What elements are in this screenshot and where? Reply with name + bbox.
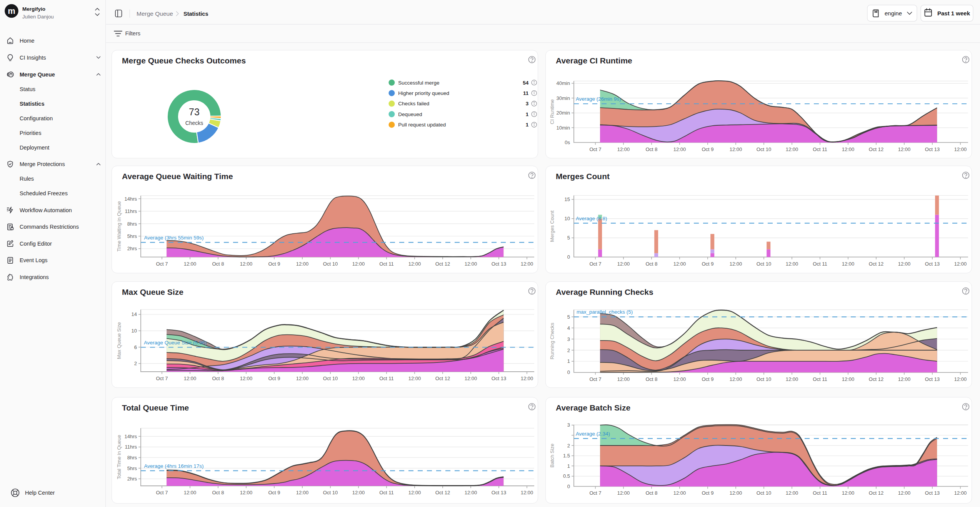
svg-text:10: 10	[132, 328, 137, 334]
svg-text:Oct 11: Oct 11	[813, 261, 827, 267]
svg-text:Oct 12: Oct 12	[435, 261, 450, 267]
svg-text:12:00: 12:00	[730, 146, 742, 152]
svg-text:8hrs: 8hrs	[127, 221, 137, 227]
svg-text:Time Waiting in Queue: Time Waiting in Queue	[116, 201, 122, 251]
svg-text:12:00: 12:00	[296, 376, 309, 381]
svg-text:15: 15	[565, 196, 570, 202]
svg-text:Oct 12: Oct 12	[869, 261, 883, 267]
svg-text:Oct 9: Oct 9	[702, 490, 713, 496]
svg-text:Oct 8: Oct 8	[645, 261, 657, 267]
svg-text:Higher priority queued: Higher priority queued	[398, 90, 449, 96]
svg-text:12:00: 12:00	[296, 261, 309, 267]
svg-text:Oct 10: Oct 10	[323, 376, 338, 381]
svg-text:12:00: 12:00	[786, 490, 798, 496]
svg-text:0: 0	[567, 254, 570, 260]
svg-text:Oct 7: Oct 7	[589, 376, 601, 382]
svg-text:Oct 13: Oct 13	[492, 261, 506, 267]
svg-text:Integrations: Integrations	[20, 274, 49, 280]
svg-text:12:00: 12:00	[842, 146, 855, 152]
svg-text:Event Logs: Event Logs	[20, 257, 48, 263]
svg-text:12:00: 12:00	[521, 490, 533, 495]
svg-text:Priorities: Priorities	[20, 130, 41, 136]
svg-text:2hrs: 2hrs	[127, 246, 137, 251]
svg-text:12:00: 12:00	[673, 490, 686, 496]
svg-text:Oct 7: Oct 7	[156, 376, 168, 381]
svg-text:12:00: 12:00	[954, 376, 967, 382]
svg-text:Successful merge: Successful merge	[398, 80, 439, 86]
svg-text:Merge Queue Checks Outcomes: Merge Queue Checks Outcomes	[122, 56, 246, 65]
svg-text:12:00: 12:00	[408, 261, 421, 267]
svg-text:Oct 13: Oct 13	[492, 490, 506, 495]
svg-text:Oct 12: Oct 12	[869, 490, 883, 496]
svg-text:12:00: 12:00	[352, 261, 365, 267]
svg-text:Help Center: Help Center	[25, 490, 55, 496]
svg-text:12:00: 12:00	[898, 261, 911, 267]
svg-text:Config Editor: Config Editor	[20, 241, 52, 247]
svg-text:Oct 11: Oct 11	[379, 490, 393, 495]
svg-text:5: 5	[567, 235, 570, 241]
svg-text:12:00: 12:00	[617, 146, 630, 152]
svg-text:Total Time in Queue: Total Time in Queue	[116, 435, 122, 479]
svg-text:1.5: 1.5	[563, 453, 570, 459]
svg-text:Max Queue Size: Max Queue Size	[116, 322, 122, 359]
svg-text:12:00: 12:00	[898, 146, 911, 152]
svg-text:Dequeued: Dequeued	[398, 111, 422, 117]
svg-text:Oct 11: Oct 11	[379, 376, 393, 381]
svg-text:Average Batch Size: Average Batch Size	[556, 403, 630, 412]
svg-text:Statistics: Statistics	[183, 11, 208, 17]
svg-text:12:00: 12:00	[352, 490, 365, 495]
svg-text:Oct 10: Oct 10	[757, 146, 771, 152]
svg-text:11: 11	[523, 90, 529, 96]
svg-text:Checks: Checks	[185, 120, 203, 126]
svg-text:Average (26min 9s): Average (26min 9s)	[576, 96, 621, 102]
svg-text:12:00: 12:00	[786, 376, 798, 382]
svg-text:20min: 20min	[557, 110, 570, 116]
svg-text:14: 14	[132, 311, 137, 317]
svg-text:4: 4	[567, 325, 570, 331]
svg-text:Deployment: Deployment	[20, 145, 49, 151]
svg-text:Oct 7: Oct 7	[156, 261, 168, 267]
svg-text:Rules: Rules	[20, 176, 34, 182]
svg-text:5hrs: 5hrs	[127, 233, 137, 239]
svg-text:Merge Queue: Merge Queue	[20, 71, 55, 78]
svg-text:0: 0	[567, 484, 570, 489]
svg-text:11hrs: 11hrs	[125, 208, 137, 214]
svg-text:0s: 0s	[565, 140, 570, 145]
svg-text:12:00: 12:00	[842, 376, 855, 382]
svg-text:12:00: 12:00	[184, 261, 197, 267]
svg-text:8hrs: 8hrs	[127, 455, 137, 460]
svg-text:Oct 9: Oct 9	[268, 490, 280, 495]
svg-text:12:00: 12:00	[408, 376, 421, 381]
svg-text:0: 0	[567, 369, 570, 375]
svg-text:Oct 10: Oct 10	[323, 490, 338, 495]
svg-text:14hrs: 14hrs	[124, 196, 137, 202]
svg-text:Oct 11: Oct 11	[379, 261, 393, 267]
svg-text:Average (4hrs 16min 17s): Average (4hrs 16min 17s)	[144, 463, 203, 469]
svg-text:Batch Size: Batch Size	[549, 444, 555, 467]
svg-text:Oct 9: Oct 9	[702, 376, 713, 382]
svg-text:Oct 13: Oct 13	[492, 376, 506, 381]
svg-text:6: 6	[134, 344, 137, 350]
svg-text:Oct 7: Oct 7	[589, 490, 601, 496]
svg-text:Max Queue Size: Max Queue Size	[122, 288, 183, 296]
svg-text:1: 1	[567, 358, 570, 364]
svg-text:Average (8.8): Average (8.8)	[576, 216, 607, 221]
svg-text:CI Runtime: CI Runtime	[549, 99, 555, 124]
svg-text:12:00: 12:00	[240, 376, 253, 381]
svg-text:Oct 13: Oct 13	[925, 146, 940, 152]
svg-text:Merges Count: Merges Count	[556, 172, 610, 181]
svg-text:Merge Queue: Merge Queue	[137, 10, 173, 17]
svg-text:12:00: 12:00	[617, 490, 630, 496]
svg-text:Oct 10: Oct 10	[757, 490, 771, 496]
svg-text:Merge Protections: Merge Protections	[20, 161, 65, 167]
svg-text:Oct 12: Oct 12	[869, 146, 883, 152]
svg-text:12:00: 12:00	[184, 376, 197, 381]
svg-text:12:00: 12:00	[617, 261, 630, 267]
svg-text:10min: 10min	[557, 125, 570, 131]
svg-text:Status: Status	[20, 86, 35, 92]
svg-text:Oct 9: Oct 9	[702, 146, 713, 152]
svg-text:Workflow Automation: Workflow Automation	[20, 207, 72, 213]
svg-text:12:00: 12:00	[184, 490, 197, 495]
svg-text:12:00: 12:00	[786, 146, 798, 152]
svg-text:10: 10	[565, 216, 570, 221]
